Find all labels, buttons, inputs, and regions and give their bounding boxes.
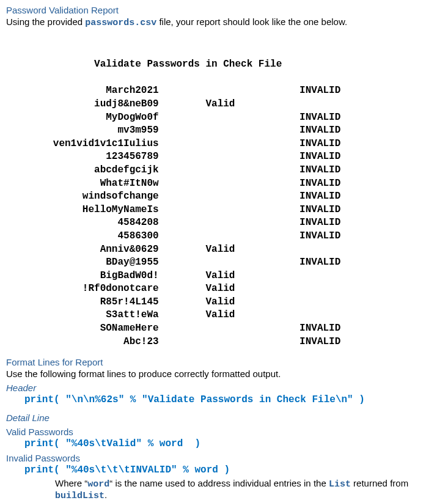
valid-label: Valid Passwords [6, 427, 442, 437]
intro-text: Using the provided passwords.csv file, y… [6, 17, 442, 28]
where-explanation: Where “word“ is the name used to address… [55, 478, 442, 501]
header-label: Header [6, 383, 442, 393]
where-mid: “ is the name used to address individual… [109, 478, 329, 488]
report-output: Validate Passwords in Check File March20… [6, 32, 442, 348]
invalid-code: print( "%40s\t\t\tINVALID" % word ) [24, 464, 442, 475]
where-list: List [329, 479, 351, 490]
filename: passwords.csv [85, 18, 156, 28]
format-subtext: Use the following format lines to produc… [6, 369, 442, 379]
where-ret: returned from [351, 478, 408, 488]
valid-code: print( "%40s\tValid" % word ) [24, 438, 442, 449]
section-heading-format: Format Lines for Report [6, 357, 442, 367]
where-end: . [105, 490, 107, 500]
where-pre: Where “ [55, 478, 87, 488]
where-fn: buildList [55, 491, 105, 501]
intro-pre: Using the provided [6, 17, 85, 27]
section-heading-validation: Password Validation Report [6, 5, 442, 15]
detail-label: Detail Line [6, 413, 442, 423]
header-code: print( "\n\n%62s" % "Validate Passwords … [24, 394, 442, 405]
where-word: word [87, 479, 109, 490]
intro-post: file, your report should look like the o… [156, 17, 347, 27]
invalid-label: Invalid Passwords [6, 453, 442, 463]
